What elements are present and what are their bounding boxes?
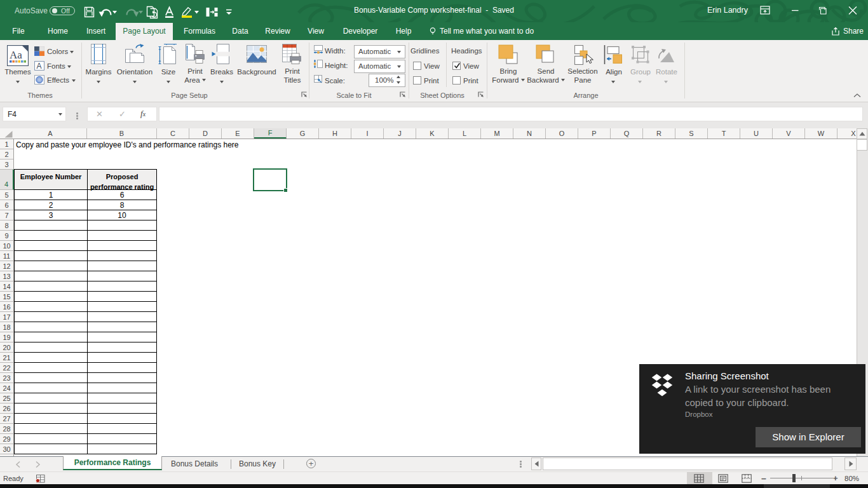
svg-text:Aa: Aa xyxy=(10,49,22,61)
svg-text:A: A xyxy=(37,62,42,71)
